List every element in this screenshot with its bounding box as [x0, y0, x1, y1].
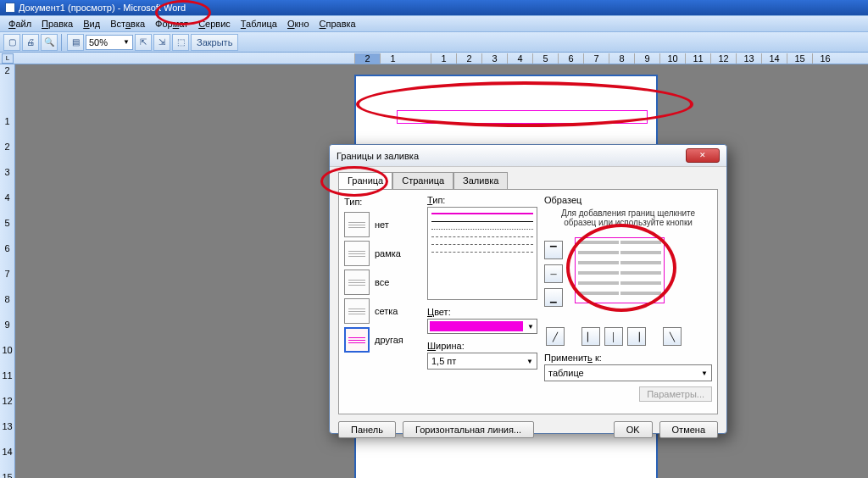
tool-close[interactable]: Закрыть — [191, 34, 238, 51]
tool-3[interactable]: 🔍 — [41, 34, 58, 51]
color-label: Цвет: — [427, 307, 537, 317]
typelist-label: Тип: — [344, 197, 420, 207]
width-select[interactable]: 1,5 пт▼ — [427, 353, 537, 370]
dialog-button-row: Панель Горизонтальная линия... OK Отмена — [330, 421, 726, 445]
style-column: Тип: Цвет: ▼ Ширина: 1,5 пт▼ — [427, 195, 537, 409]
toolbar: ▢ 🖨 🔍 ▤ 50%▼ ⇱ ⇲ ⬚ Закрыть — [0, 32, 868, 53]
dialog-tabs: Граница Страница Заливка — [330, 167, 726, 189]
vertical-ruler[interactable]: 21234567891011121314151617181920 — [0, 64, 15, 478]
panel-button[interactable]: Панель — [338, 421, 396, 438]
hline-button[interactable]: Горизонтальная линия... — [403, 421, 534, 438]
toolbar-sep — [61, 34, 64, 51]
border-diag2-button[interactable]: ╲ — [663, 327, 682, 346]
doc-icon — [5, 3, 15, 13]
dialog-title: Границы и заливка — [337, 151, 419, 161]
menu-view[interactable]: Вид — [78, 19, 105, 29]
dialog-titlebar[interactable]: Границы и заливка ✕ — [330, 145, 726, 167]
menu-file[interactable]: Файл — [3, 19, 36, 29]
table-cell-highlight[interactable] — [397, 110, 648, 124]
apply-label: Применить к: — [544, 353, 712, 363]
ruler-row: L 2112345678910111213141516 — [0, 53, 868, 64]
window-title: Документ1 (просмотр) - Microsoft Word — [19, 3, 186, 13]
preset-none[interactable]: нет — [344, 212, 420, 237]
tool-7[interactable]: ⬚ — [172, 34, 189, 51]
zoom-select[interactable]: 50%▼ — [86, 35, 133, 50]
border-right-button[interactable]: ▕ — [627, 327, 646, 346]
preset-all[interactable]: все — [344, 270, 420, 295]
horizontal-ruler[interactable]: 2112345678910111213141516 — [354, 53, 863, 64]
sample-label: Образец — [544, 195, 712, 205]
preset-grid[interactable]: сетка — [344, 298, 420, 324]
menu-tools[interactable]: Сервис — [193, 19, 236, 29]
menubar: Файл Правка Вид Вставка Формат Сервис Та… — [0, 15, 868, 32]
borders-dialog: Границы и заливка ✕ Граница Страница Зал… — [329, 144, 727, 434]
sample-column: Образец Для добавления границ щелкните о… — [544, 195, 712, 409]
sample-preview[interactable] — [575, 237, 665, 303]
tool-4[interactable]: ▤ — [67, 34, 84, 51]
tab-content: Тип: нет рамка все сетка другая Тип: Цве… — [338, 189, 718, 414]
tool-5[interactable]: ⇱ — [135, 34, 152, 51]
color-select[interactable]: ▼ — [427, 319, 537, 334]
tab-border[interactable]: Граница — [338, 172, 392, 189]
menu-table[interactable]: Таблица — [236, 19, 282, 29]
preset-box[interactable]: рамка — [344, 241, 420, 266]
border-vmid-button[interactable]: │ — [604, 327, 623, 346]
apply-select[interactable]: таблице▼ — [544, 364, 712, 381]
titlebar: Документ1 (просмотр) - Microsoft Word — [0, 0, 868, 15]
menu-help[interactable]: Справка — [314, 19, 361, 29]
menu-format[interactable]: Формат — [150, 19, 193, 29]
ruler-corner: L — [2, 53, 14, 64]
tab-fill[interactable]: Заливка — [453, 172, 508, 189]
dialog-close-button[interactable]: ✕ — [686, 148, 720, 163]
menu-window[interactable]: Окно — [282, 19, 314, 29]
preset-other[interactable]: другая — [344, 327, 420, 353]
menu-insert[interactable]: Вставка — [105, 19, 150, 29]
tool-2[interactable]: 🖨 — [22, 34, 39, 51]
tool-6[interactable]: ⇲ — [153, 34, 170, 51]
border-top-button[interactable]: ▔ — [544, 241, 563, 259]
sample-note: Для добавления границ щелкните образец и… — [544, 208, 712, 227]
width-label: Ширина: — [427, 341, 537, 351]
params-button: Параметры... — [639, 386, 712, 402]
ok-button[interactable]: OK — [614, 421, 653, 438]
border-left-button[interactable]: ▏ — [581, 327, 600, 346]
border-diag1-button[interactable]: ╱ — [546, 327, 565, 346]
cancel-button[interactable]: Отмена — [659, 421, 718, 438]
style-label: Тип: — [427, 195, 537, 205]
tool-1[interactable]: ▢ — [3, 34, 20, 51]
border-bottom-button[interactable]: ▁ — [544, 288, 563, 307]
sample-area: ▔ ─ ▁ — [544, 234, 712, 325]
tab-page[interactable]: Страница — [392, 172, 453, 189]
border-hmid-button[interactable]: ─ — [544, 264, 563, 283]
menu-edit[interactable]: Правка — [36, 19, 78, 29]
line-style-list[interactable] — [427, 207, 537, 300]
type-preset-column: Тип: нет рамка все сетка другая — [344, 195, 420, 409]
